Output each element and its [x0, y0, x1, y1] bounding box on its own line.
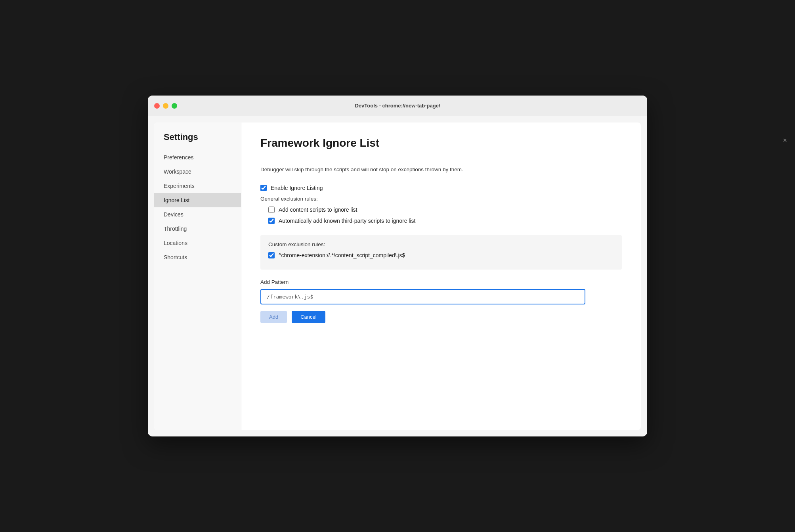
sidebar: Settings Preferences Workspace Experimen…: [154, 122, 241, 430]
sidebar-item-ignore-list[interactable]: Ignore List: [154, 193, 241, 207]
titlebar: DevTools - chrome://new-tab-page/: [148, 96, 647, 116]
add-content-scripts-row: Add content scripts to ignore list: [268, 207, 622, 213]
close-traffic-light[interactable]: [154, 103, 160, 109]
enable-ignore-listing-row: Enable Ignore Listing: [260, 185, 622, 191]
main-content: × Framework Ignore List Debugger will sk…: [241, 122, 641, 430]
page-title: Framework Ignore List: [260, 137, 622, 149]
general-exclusion-section: General exclusion rules: Add content scr…: [260, 196, 622, 224]
chrome-extension-rule-checkbox[interactable]: [268, 252, 275, 258]
add-pattern-section: Add Pattern Add Cancel: [260, 279, 622, 323]
minimize-traffic-light[interactable]: [163, 103, 168, 109]
add-content-scripts-checkbox[interactable]: [268, 207, 275, 213]
add-button[interactable]: Add: [260, 311, 287, 323]
custom-exclusion-section: Custom exclusion rules: ^chrome-extensio…: [260, 235, 622, 270]
pattern-input[interactable]: [260, 289, 585, 304]
content-area: Settings Preferences Workspace Experimen…: [154, 122, 641, 430]
chrome-extension-rule-label[interactable]: ^chrome-extension://.*/content_script_co…: [268, 252, 405, 258]
sidebar-item-throttling[interactable]: Throttling: [154, 222, 241, 236]
enable-ignore-listing-label[interactable]: Enable Ignore Listing: [260, 185, 323, 191]
sidebar-item-preferences[interactable]: Preferences: [154, 150, 241, 165]
page-description: Debugger will skip through the scripts a…: [260, 166, 622, 174]
auto-add-third-party-checkbox[interactable]: [268, 218, 275, 224]
titlebar-title: DevTools - chrome://new-tab-page/: [355, 103, 440, 109]
auto-add-third-party-label[interactable]: Automatically add known third-party scri…: [268, 218, 415, 224]
window: DevTools - chrome://new-tab-page/ Settin…: [148, 96, 647, 436]
title-divider: [260, 156, 622, 156]
sidebar-item-workspace[interactable]: Workspace: [154, 165, 241, 179]
sidebar-item-shortcuts[interactable]: Shortcuts: [154, 250, 241, 264]
enable-ignore-listing-checkbox[interactable]: [260, 185, 267, 191]
maximize-traffic-light[interactable]: [172, 103, 177, 109]
general-exclusion-rules: Add content scripts to ignore list Autom…: [260, 207, 622, 224]
add-content-scripts-label[interactable]: Add content scripts to ignore list: [268, 207, 357, 213]
cancel-button[interactable]: Cancel: [292, 311, 325, 323]
auto-add-third-party-row: Automatically add known third-party scri…: [268, 218, 622, 224]
traffic-lights: [154, 103, 177, 109]
sidebar-item-devices[interactable]: Devices: [154, 207, 241, 222]
chrome-extension-rule-row: ^chrome-extension://.*/content_script_co…: [268, 252, 614, 258]
add-pattern-label: Add Pattern: [260, 279, 622, 285]
sidebar-heading: Settings: [154, 132, 241, 150]
general-exclusion-label: General exclusion rules:: [260, 196, 622, 202]
sidebar-item-experiments[interactable]: Experiments: [154, 179, 241, 193]
custom-exclusion-label: Custom exclusion rules:: [268, 241, 614, 247]
sidebar-item-locations[interactable]: Locations: [154, 236, 241, 250]
button-row: Add Cancel: [260, 311, 622, 323]
